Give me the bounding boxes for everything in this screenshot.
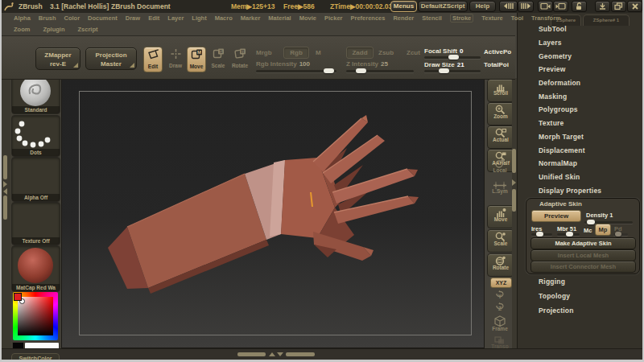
- mbr-thumb[interactable]: [566, 232, 573, 237]
- section-display-properties[interactable]: Display Properties: [518, 183, 643, 197]
- minimize-button[interactable]: [595, 1, 610, 12]
- local-button[interactable]: Local: [487, 157, 513, 173]
- left-tray-toggle-button[interactable]: [538, 1, 553, 12]
- frame-button[interactable]: Frame: [487, 314, 513, 331]
- scroll-right-button[interactable]: [518, 1, 534, 12]
- menu-brush[interactable]: Brush: [39, 14, 56, 22]
- edit-mode-button[interactable]: Edit: [143, 47, 163, 72]
- menu-material[interactable]: Material: [268, 14, 291, 22]
- z-intensity-slider[interactable]: [346, 70, 414, 72]
- color-picker[interactable]: [13, 292, 58, 340]
- menu-movie[interactable]: Movie: [299, 14, 316, 22]
- menu-zscript[interactable]: Zscript: [78, 26, 98, 33]
- scroll-up-icon[interactable]: [269, 352, 275, 356]
- m-toggle[interactable]: M: [316, 49, 321, 56]
- menu-stencil[interactable]: Stencil: [422, 14, 442, 22]
- sv-square[interactable]: [18, 297, 53, 335]
- section-unified-skin[interactable]: Unified Skin: [518, 171, 643, 184]
- menu-texture[interactable]: Texture: [481, 14, 503, 22]
- scroll-segment[interactable]: [3, 155, 7, 179]
- right-tray-toggle-button[interactable]: [553, 1, 568, 12]
- mrgb-toggle[interactable]: Mrgb: [256, 49, 272, 56]
- rotate-view-button[interactable]: Rotate: [487, 253, 514, 277]
- close-button[interactable]: [627, 1, 642, 12]
- yrot-toggle[interactable]: Y: [487, 289, 513, 300]
- help-button[interactable]: Help: [469, 1, 496, 12]
- section-layers[interactable]: Layers: [518, 36, 643, 50]
- section-rigging[interactable]: Rigging: [518, 274, 643, 289]
- scroll-segment[interactable]: [3, 195, 7, 220]
- draw-size-slider[interactable]: [424, 70, 481, 72]
- actual-button[interactable]: Actual: [487, 125, 514, 149]
- insert-local-mesh-button[interactable]: Insert Local Mesh: [530, 249, 636, 261]
- zadd-toggle[interactable]: Zadd: [346, 47, 374, 59]
- current-stroke-selector[interactable]: Dots: [11, 115, 60, 157]
- menus-button[interactable]: Menus: [390, 1, 417, 12]
- section-topology[interactable]: Topology: [518, 289, 643, 303]
- section-preview[interactable]: Preview: [518, 63, 643, 76]
- menu-macro[interactable]: Macro: [215, 14, 233, 22]
- section-masking[interactable]: Masking: [518, 89, 643, 103]
- xyz-toggle[interactable]: XYZ: [490, 278, 512, 288]
- section-subtool[interactable]: SubTool: [518, 23, 643, 36]
- section-morph-target[interactable]: Morph Target: [518, 130, 643, 144]
- rgb-intensity-slider[interactable]: [256, 70, 336, 72]
- scroll-button[interactable]: Scroll: [487, 79, 514, 102]
- lock-button[interactable]: [572, 1, 587, 12]
- transp-button[interactable]: Transp: [487, 334, 513, 349]
- mp-toggle[interactable]: Mp: [595, 224, 611, 236]
- current-alpha-selector[interactable]: Alpha Off: [11, 157, 60, 202]
- ires-slider[interactable]: [531, 233, 552, 236]
- move-view-button[interactable]: Move: [487, 205, 514, 228]
- menu-color[interactable]: Color: [64, 14, 80, 22]
- focal-shift-thumb[interactable]: [448, 55, 459, 60]
- divider-arrow-right-icon[interactable]: [512, 179, 516, 186]
- preview-button[interactable]: Preview: [531, 210, 581, 222]
- scroll-segment[interactable]: [512, 149, 516, 173]
- zsub-toggle[interactable]: Zsub: [378, 49, 394, 56]
- zrot-toggle[interactable]: Z: [487, 301, 513, 312]
- pd-slider[interactable]: [613, 233, 628, 236]
- scroll-down-icon[interactable]: [277, 352, 283, 356]
- lsym-button[interactable]: L.Sym: [487, 179, 513, 194]
- section-displacement[interactable]: Displacement: [518, 143, 643, 157]
- zcut-toggle[interactable]: Zcut: [407, 49, 420, 56]
- restore-button[interactable]: [611, 1, 626, 12]
- left-tray-scrollbar[interactable]: [2, 78, 10, 348]
- section-projection[interactable]: Projection: [518, 303, 643, 318]
- rotate-mode-button[interactable]: R Rotate: [230, 47, 250, 72]
- current-brush-selector[interactable]: Standard: [11, 74, 60, 114]
- z-intensity-thumb[interactable]: [356, 68, 366, 73]
- menu-stroke[interactable]: Stroke: [450, 14, 473, 23]
- divider-arrow-right-icon[interactable]: [3, 181, 7, 187]
- scale-view-button[interactable]: Scale: [487, 229, 514, 253]
- menu-preferences[interactable]: Preferences: [351, 14, 386, 22]
- menu-document[interactable]: Document: [88, 14, 118, 22]
- menu-layer[interactable]: Layer: [167, 14, 184, 22]
- rgb-intensity-thumb[interactable]: [324, 68, 334, 73]
- current-material-selector[interactable]: MatCap Red Wa: [11, 245, 60, 292]
- scale-mode-button[interactable]: S Scale: [208, 47, 228, 72]
- menu-transform[interactable]: Transform: [531, 14, 561, 22]
- menu-zplugin[interactable]: Zplugin: [43, 26, 64, 33]
- move-mode-button[interactable]: M Move: [187, 47, 206, 72]
- section-polygroups[interactable]: Polygroups: [518, 103, 643, 117]
- menu-zoom[interactable]: Zoom: [14, 26, 30, 33]
- default-zscript-button[interactable]: DefaultZScript: [418, 1, 468, 12]
- menu-draw[interactable]: Draw: [126, 14, 140, 22]
- menu-light[interactable]: Light: [192, 14, 206, 22]
- document-canvas[interactable]: [61, 78, 485, 348]
- hscroll-segment[interactable]: [237, 352, 266, 356]
- divider-arrow-left-icon[interactable]: [3, 188, 7, 195]
- adaptive-skin-title[interactable]: Adaptive Skin: [539, 200, 582, 208]
- pd-thumb[interactable]: [615, 232, 621, 237]
- menu-picker[interactable]: Picker: [324, 14, 343, 22]
- ires-thumb[interactable]: [536, 232, 543, 237]
- density-label[interactable]: Density 1: [586, 212, 613, 219]
- menu-tool[interactable]: Tool: [511, 14, 523, 22]
- mc-toggle[interactable]: Mc: [584, 227, 592, 234]
- current-texture-selector[interactable]: Texture Off: [11, 202, 60, 245]
- projection-master-button[interactable]: Projection Master: [85, 47, 137, 70]
- mbr-slider[interactable]: [557, 233, 580, 236]
- scroll-left-button[interactable]: [499, 1, 518, 12]
